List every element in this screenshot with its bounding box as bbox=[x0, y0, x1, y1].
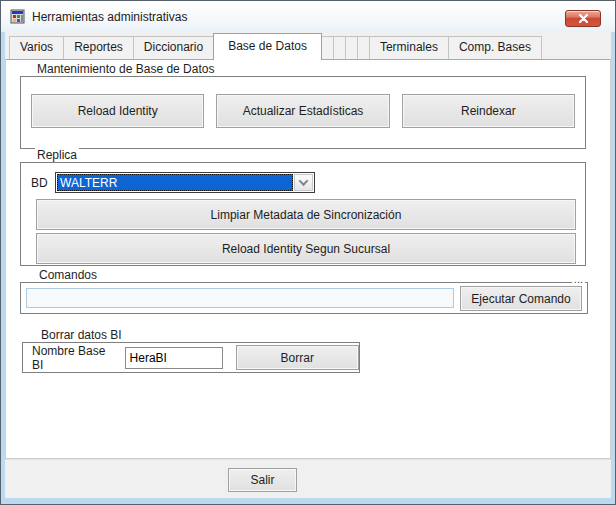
window-title: Herramientas administrativas bbox=[32, 10, 187, 24]
window: Herramientas administrativas Varios Repo… bbox=[0, 0, 616, 505]
maintenance-groupbox: Reload Identity Actualizar Estadísticas … bbox=[20, 76, 586, 149]
maintenance-group-title: Mantenimiento de Base de Datos bbox=[35, 62, 216, 76]
reload-identity-button[interactable]: Reload Identity bbox=[31, 94, 204, 128]
close-button[interactable] bbox=[565, 10, 601, 27]
footer-bar: Salir bbox=[5, 459, 611, 498]
actualizar-estadisticas-button[interactable]: Actualizar Estadísticas bbox=[216, 94, 389, 128]
tab-comp-bases[interactable]: Comp. Bases bbox=[448, 36, 542, 59]
nombre-base-bi-label: Nombre Base BI bbox=[32, 344, 117, 372]
tab-page-base-de-datos: Mantenimiento de Base de Datos Reload Id… bbox=[5, 59, 611, 459]
tab-base-de-datos[interactable]: Base de Datos bbox=[213, 33, 322, 60]
delete-bi-groupbox: Nombre Base BI Borrar bbox=[22, 342, 360, 373]
combobox-dropdown-button[interactable] bbox=[294, 174, 313, 191]
borrar-button[interactable]: Borrar bbox=[236, 345, 359, 370]
title-bar: Herramientas administrativas bbox=[1, 1, 615, 32]
nombre-base-bi-input[interactable] bbox=[125, 347, 223, 369]
replica-group-title: Replica bbox=[35, 148, 79, 162]
replica-groupbox: BD WALTERR Limpiar Metadata de Sincroniz… bbox=[20, 162, 586, 266]
reindexar-button[interactable]: Reindexar bbox=[402, 94, 575, 128]
reload-identity-sucursal-button[interactable]: Reload Identity Segun Sucursal bbox=[36, 233, 576, 264]
bd-combobox[interactable]: WALTERR bbox=[55, 172, 315, 193]
tab-diccionario[interactable]: Diccionario bbox=[133, 36, 214, 59]
commands-ellipsis: ... bbox=[572, 274, 585, 284]
app-window-icon bbox=[10, 9, 26, 25]
tab-terminales[interactable]: Terminales bbox=[369, 36, 449, 59]
tab-varios[interactable]: Varios bbox=[9, 36, 64, 59]
bd-combobox-selected-value: WALTERR bbox=[57, 174, 293, 191]
ejecutar-comando-button[interactable]: Ejecutar Comando bbox=[460, 286, 582, 311]
commands-groupbox: ... Ejecutar Comando bbox=[20, 282, 588, 314]
commands-group-title: Comandos bbox=[37, 268, 99, 282]
command-input[interactable] bbox=[26, 288, 454, 308]
bd-label: BD bbox=[31, 176, 55, 190]
tab-reportes[interactable]: Reportes bbox=[63, 36, 134, 59]
tab-strip: Varios Reportes Diccionario Base de Dato… bbox=[5, 32, 611, 59]
chevron-down-icon bbox=[299, 176, 309, 186]
limpiar-metadata-button[interactable]: Limpiar Metadata de Sincronización bbox=[36, 199, 576, 230]
salir-button[interactable]: Salir bbox=[228, 468, 297, 492]
close-x-icon bbox=[579, 14, 588, 23]
delete-bi-group-title: Borrar datos BI bbox=[39, 328, 124, 342]
